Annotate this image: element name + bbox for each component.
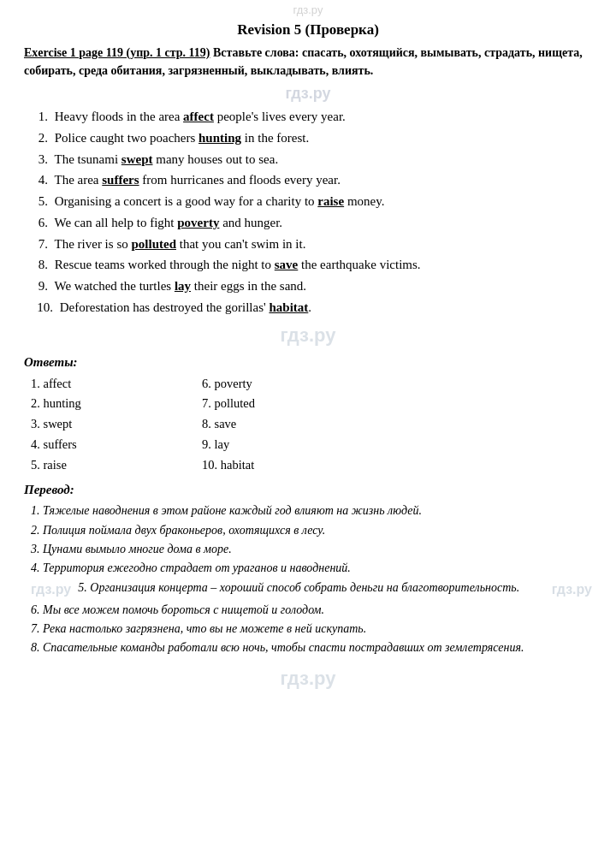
sentence-3: 3. The tsunami swept many houses out to … <box>31 151 592 169</box>
page-title: Revision 5 (Проверка) <box>24 21 592 39</box>
watermark-bottom: гдз.ру <box>0 668 616 690</box>
answer-3: 3. swept <box>31 415 202 434</box>
translation-label: Перевод: <box>24 483 592 497</box>
translation-section: Перевод: 1. Тяжелые наводнения в этом ра… <box>24 483 592 656</box>
answer-8: 8. save <box>202 415 373 434</box>
translation-4: 4. Территория ежегодно страдает от урага… <box>31 560 592 577</box>
translation-6: 6. Мы все можем помочь бороться с нището… <box>31 602 592 619</box>
sentence-9: 9. We watched the turtles lay their eggs… <box>31 277 592 296</box>
translation-8: 8. Спасательные команды работали всю ноч… <box>31 639 592 656</box>
exercise-header-underlined: Exercise 1 page 119 (упр. 1 стр. 119) <box>24 46 210 59</box>
watermark-top: гдз.ру <box>0 0 616 18</box>
sentence-1: 1. Heavy floods in the area affect peopl… <box>31 108 592 127</box>
answer-10: 10. habitat <box>202 456 373 475</box>
watermark-mid2: гдз.ру <box>24 324 592 347</box>
sentence-8: 8. Rescue teams worked through the night… <box>31 256 592 275</box>
answer-7: 7. polluted <box>202 395 373 413</box>
answers-grid: 1. affect 6. poverty 2. hunting 7. pollu… <box>31 375 592 475</box>
sentence-4: 4. The area suffers from hurricanes and … <box>31 171 592 190</box>
sentence-7: 7. The river is so polluted that you can… <box>31 235 592 254</box>
translation-list: 1. Тяжелые наводнения в этом районе кажд… <box>31 502 592 656</box>
sentence-2: 2. Police caught two poachers hunting in… <box>31 129 592 148</box>
answer-5: 5. raise <box>31 456 202 475</box>
sentences-list: 1. Heavy floods in the area affect peopl… <box>31 108 592 318</box>
watermark-row-mid3: гдз.ру 5. Организация концерта – хороший… <box>31 579 592 598</box>
translation-7: 7. Река настолько загрязнена, что вы не … <box>31 621 592 638</box>
watermark-mid1: гдз.ру <box>24 85 592 103</box>
exercise-header-line: Exercise 1 page 119 (упр. 1 стр. 119) Вс… <box>24 44 592 80</box>
answer-1: 1. affect <box>31 375 202 394</box>
answer-2: 2. hunting <box>31 395 202 413</box>
answers-label: Ответы: <box>24 355 592 370</box>
translation-2: 2. Полиция поймала двух браконьеров, охо… <box>31 522 592 539</box>
answer-9: 9. lay <box>202 436 373 454</box>
answer-6: 6. poverty <box>202 375 373 394</box>
sentence-10: 10. Deforestation has destroyed the gori… <box>31 299 592 318</box>
answer-4: 4. suffers <box>31 436 202 454</box>
translation-3: 3. Цунами вымыло многие дома в море. <box>31 541 592 558</box>
sentence-6: 6. We can all help to fight poverty and … <box>31 214 592 233</box>
translation-5: 5. Организация концерта – хороший способ… <box>71 579 551 597</box>
sentence-5: 5. Organising a concert is a good way fo… <box>31 193 592 211</box>
translation-1: 1. Тяжелые наводнения в этом районе кажд… <box>31 502 592 520</box>
